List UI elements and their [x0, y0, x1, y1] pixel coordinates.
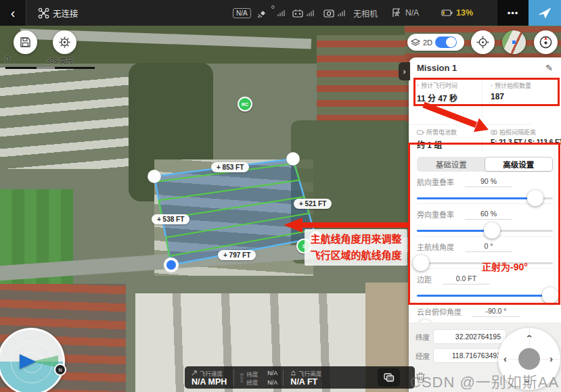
compass-reset-button[interactable] — [534, 30, 558, 54]
connection-status: 无连接 — [53, 7, 78, 20]
mission-title: Mission 1 — [417, 63, 545, 73]
camera-status-group: 无相机 — [353, 0, 378, 26]
locate-me-button[interactable] — [471, 30, 495, 54]
compass-aircraft-arrow — [20, 354, 36, 369]
layers-icon — [411, 39, 420, 47]
nudge-left-button[interactable]: ‹ — [503, 353, 507, 364]
course-overlap-slider[interactable] — [417, 193, 553, 203]
setting-course-angle: 主航线角度 0 ° — [417, 237, 553, 269]
map-buildings-red — [317, 35, 413, 122]
margin-value[interactable]: 0.0 FT — [443, 274, 490, 285]
drone-mission-app: + 853 FT + 521 FT + 538 FT + 797 FT RC S… — [0, 0, 561, 392]
gps-satellite-count: 0 — [271, 4, 274, 10]
more-menu-button[interactable]: ••• — [497, 0, 529, 26]
edit-mission-icon[interactable]: ✎ — [545, 63, 553, 73]
aircraft-status-group: 无连接 — [38, 0, 78, 26]
compass-icon — [539, 35, 553, 49]
2d-label: 2D — [423, 39, 432, 47]
mode-badge: N/A — [233, 0, 251, 26]
course-overlap-value[interactable]: 90 % — [465, 177, 512, 187]
map-mode-button[interactable] — [378, 368, 400, 387]
camera-icon — [323, 9, 334, 18]
map-compass[interactable] — [0, 328, 65, 392]
scale-bar-line — [5, 67, 95, 69]
crosshair-icon — [476, 36, 489, 49]
flight-mode-group: N/A — [391, 0, 419, 26]
speed-icon — [192, 370, 198, 376]
map-scale-bar: 0 375 英尺 — [5, 55, 95, 69]
camera-signal-bars — [338, 9, 345, 16]
nudge-right-button[interactable]: › — [549, 353, 553, 364]
gear-icon — [58, 36, 71, 49]
setting-side-overlap: 旁向重叠率 60 % — [417, 204, 553, 237]
speed-readout: 飞行速度 N/A MPH — [185, 369, 233, 387]
gimbal-pitch-value[interactable]: -90.0 ° — [472, 307, 520, 317]
mission-panel: Mission 1 ✎ 预计飞行时间 11 分 47 秒 — [409, 57, 561, 392]
setting-course-overlap: 航向重叠率 90 % — [417, 172, 553, 204]
edge-length-label-bottom: + 797 FT — [218, 250, 256, 260]
flight-mode-icon — [391, 8, 402, 18]
satellite-icon — [257, 8, 268, 18]
2d-toggle-switch[interactable] — [435, 36, 457, 48]
tab-basic-settings[interactable]: 基础设置 — [418, 157, 485, 171]
side-overlap-slider[interactable] — [417, 225, 553, 236]
mission-header: Mission 1 ✎ — [409, 57, 561, 78]
rc-location-marker[interactable]: RC — [238, 97, 252, 112]
altitude-readout: 飞行高度 N/A FT — [284, 369, 328, 387]
side-overlap-value[interactable]: 60 % — [465, 210, 512, 220]
tab-advanced-settings[interactable]: 高级设置 — [485, 157, 553, 171]
course-angle-slider[interactable] — [417, 258, 553, 268]
minimap-button[interactable] — [502, 30, 526, 54]
save-mission-button[interactable] — [14, 30, 37, 54]
stacked-maps-icon — [384, 373, 395, 382]
takeoff-button[interactable] — [529, 0, 561, 26]
course-angle-value[interactable]: 0 ° — [465, 242, 512, 252]
clock-icon — [417, 82, 419, 89]
stat-photo-interval: 拍照间隔距离 F: 21.3 FT / S: 113.6 FT — [482, 125, 561, 151]
edge-length-label-top: + 853 FT — [211, 162, 249, 172]
scale-end: 375 英尺 — [47, 55, 73, 66]
gps-signal-bars — [277, 9, 285, 16]
panel-collapse-handle[interactable]: › — [399, 62, 410, 80]
telemetry-lng-value: N/A — [267, 379, 277, 386]
rc-signal-bars — [307, 9, 314, 16]
setting-margin: 边距 0.0 FT — [417, 269, 553, 301]
battery-percent: 13% — [456, 8, 473, 18]
latitude-input[interactable]: 32.202764195 — [433, 329, 506, 344]
nudge-up-button[interactable]: › — [522, 335, 534, 338]
route-angle-note: 主航线角度用来调整 飞行区域的航线角度 — [305, 229, 407, 266]
save-icon — [20, 36, 31, 48]
gps-status-group: 0 — [257, 0, 285, 26]
remote-controller-icon — [292, 9, 303, 18]
battery-group: 13% — [441, 0, 473, 26]
compass-north-badge: N — [54, 364, 66, 376]
edge-length-label-right: + 521 FT — [294, 199, 332, 209]
flight-mode-value: N/A — [405, 8, 419, 18]
advanced-settings-list: 航向重叠率 90 % 旁向重叠率 60 % 主航线角度 — [409, 172, 561, 333]
back-button[interactable]: ‹ — [0, 0, 26, 26]
csdn-watermark: CSDN @一别如斯AA — [410, 370, 559, 391]
map-layer-toggle[interactable]: 2D — [407, 34, 464, 51]
photo-interval-icon — [491, 129, 497, 135]
mission-stats: 预计飞行时间 11 分 47 秒 预计拍照数量 187 — [409, 78, 561, 151]
altitude-icon — [290, 370, 296, 376]
telemetry-lat-value: N/A — [267, 370, 277, 376]
photo-count-icon — [491, 82, 493, 89]
edge-length-label-left: + 538 FT — [152, 214, 189, 224]
map-buildings-white — [0, 68, 129, 169]
settings-button[interactable] — [53, 30, 76, 54]
scale-start: 0 — [5, 55, 9, 66]
top-status-bar: ‹ 无连接 N/A 0 — [0, 0, 561, 26]
drone-icon — [38, 7, 49, 19]
airplane-icon — [538, 6, 552, 20]
stat-flight-time: 预计飞行时间 11 分 47 秒 — [409, 78, 457, 125]
position-readout: WGS 纬度 经度 N/A N/A — [234, 369, 283, 387]
battery-count-icon — [417, 130, 424, 135]
longitude-input[interactable]: 118.716763493 — [433, 348, 506, 363]
dpad-center-button[interactable] — [518, 348, 540, 370]
settings-tabs: 基础设置 高级设置 — [417, 157, 553, 172]
margin-slider[interactable] — [417, 290, 553, 301]
stat-photo-count: 预计拍照数量 187 — [482, 78, 531, 125]
datum-label: WGS — [240, 372, 244, 383]
battery-icon — [441, 8, 453, 18]
